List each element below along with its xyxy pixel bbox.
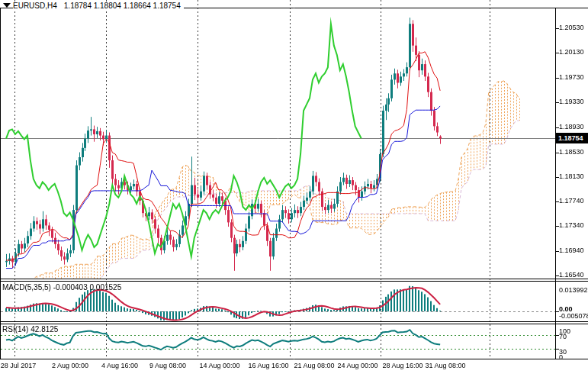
macd-indicator-label: MACD(5,35,5) -0.000403 0.001525 [2, 283, 121, 292]
symbol-period-label: EURUSD,H4 [13, 2, 57, 10]
macd-axis-label: 0.013992 [559, 287, 588, 294]
time-axis-label: 24 Aug 00:00 [337, 362, 378, 369]
rsi-axis-label: 70 [559, 334, 567, 340]
time-axis-label: 28 Aug 16:00 [382, 362, 423, 369]
time-axis-label: 14 Aug 00:00 [199, 362, 239, 369]
time-axis-label: 2 Aug 00:00 [52, 362, 88, 369]
ohlc-values: 1.18784 1.18804 1.18664 1.18754 [64, 2, 181, 10]
current-price-tag: 1.18754 [556, 133, 588, 143]
time-axis-label: 9 Aug 08:00 [149, 362, 186, 369]
price-axis-label: 1.18930 [559, 124, 584, 130]
symbol-dropdown-icon[interactable] [3, 3, 11, 8]
price-axis-label: 1.17740 [559, 198, 584, 205]
time-axis-label: 4 Aug 16:00 [101, 362, 138, 369]
price-axis-label: 1.17340 [559, 222, 584, 229]
price-axis-label: 1.20130 [559, 49, 584, 56]
price-axis-label: 1.16940 [559, 247, 584, 254]
price-axis-label: 1.19730 [559, 74, 584, 81]
time-axis-label: 31 Aug 08:00 [425, 362, 465, 369]
time-axis-label: 21 Aug 08:00 [294, 362, 334, 369]
chart-title: EURUSD,H41.18784 1.18804 1.18664 1.18754 [13, 2, 184, 11]
price-axis-label: 1.16540 [559, 272, 584, 279]
rsi-axis-label: 0 [559, 354, 563, 361]
price-axis-label: 1.18130 [559, 173, 584, 180]
time-axis-label: 28 Jul 2017 [1, 362, 37, 369]
mt4-chart-window: EURUSD,H41.18784 1.18804 1.18664 1.18754… [0, 0, 588, 377]
price-axis-label: 1.20530 [559, 24, 584, 31]
price-axis-label: 1.19330 [559, 98, 584, 105]
time-axis-label: 16 Aug 16:00 [248, 362, 288, 369]
price-axis-label: 1.18530 [559, 149, 584, 156]
chart-canvas[interactable] [0, 0, 588, 377]
rsi-indicator-label: RSI(14) 42.8125 [2, 325, 58, 334]
macd-axis-label: -0.005078 [559, 313, 588, 320]
